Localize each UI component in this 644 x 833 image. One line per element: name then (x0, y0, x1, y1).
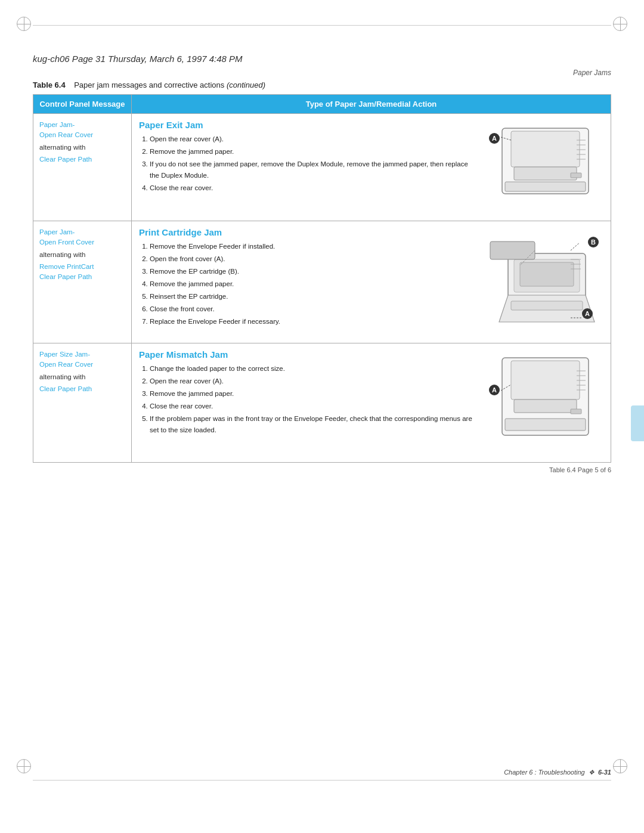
svg-rect-31 (505, 419, 586, 431)
table-header-row: Control Panel Message Type of Paper Jam/… (33, 95, 611, 114)
table-title: Table 6.4 Paper jam messages and correct… (33, 80, 611, 89)
right-cell-text-1: Paper Exit Jam Open the rear cover (A). … (139, 120, 478, 195)
svg-rect-24 (511, 361, 580, 400)
list-item: If the problem paper was in the front tr… (150, 413, 478, 436)
svg-rect-8 (505, 182, 586, 191)
printer-image-1: A (478, 120, 603, 215)
steps-list-2: Remove the Envelope Feeder if installed.… (150, 241, 478, 327)
section-header: Paper Jams (33, 69, 611, 77)
msg-cyan-2: Paper Jam-Open Front Cover (39, 227, 125, 248)
list-item: Open the rear cover (A). (150, 134, 478, 145)
msg-alt-1: alternating with (39, 143, 125, 153)
msg-cyan-alt-2: Remove PrintCartClear Paper Path (39, 262, 125, 283)
badge-a-3: A (489, 385, 500, 395)
reg-mark-tr (613, 17, 627, 31)
msg-cyan-1: Paper Jam-Open Rear Cover (39, 120, 125, 141)
reg-mark-tl (17, 17, 31, 31)
side-tab (631, 405, 644, 441)
list-item: Remove the jammed paper. (150, 388, 478, 400)
svg-rect-20 (511, 301, 583, 310)
list-item: Close the rear cover. (150, 182, 478, 194)
right-cell-top-1: Paper Exit Jam Open the rear cover (A). … (132, 114, 611, 221)
printer-svg-3 (484, 352, 597, 456)
cell-right-3: Paper Mismatch Jam Change the loaded pap… (132, 343, 611, 463)
footer-right: Chapter 6 : Troubleshooting ❖ 6-31 (504, 769, 611, 776)
reg-mark-bl (17, 759, 31, 773)
cell-right-2: Print Cartridge Jam Remove the Envelope … (132, 221, 611, 343)
msg-cyan-3: Paper Size Jam-Open Rear Cover (39, 349, 125, 370)
reg-mark-br (613, 759, 627, 773)
list-item: Reinsert the EP cartridge. (150, 291, 478, 302)
table-row: Paper Jam-Open Front Cover alternating w… (33, 221, 611, 343)
svg-rect-32 (571, 409, 581, 414)
list-item: Open the front cover (A). (150, 253, 478, 265)
cell-right-1: Paper Exit Jam Open the rear cover (A). … (132, 114, 611, 221)
msg-cyan-alt-3: Clear Paper Path (39, 384, 125, 394)
list-item: Open the rear cover (A). (150, 376, 478, 387)
right-cell-top-2: Print Cartridge Jam Remove the Envelope … (132, 221, 611, 343)
svg-rect-9 (571, 173, 581, 178)
msg-alt-2: alternating with (39, 250, 125, 260)
printer-svg-1 (484, 122, 597, 215)
svg-rect-1 (511, 131, 580, 167)
cell-left-3: Paper Size Jam-Open Rear Cover alternati… (33, 343, 132, 463)
svg-rect-25 (514, 400, 577, 413)
steps-list-3: Change the loaded paper to the correct s… (150, 363, 478, 436)
badge-b-2: B (588, 237, 599, 247)
right-cell-top-3: Paper Mismatch Jam Change the loaded pap… (132, 343, 611, 462)
cell-left-2: Paper Jam-Open Front Cover alternating w… (33, 221, 132, 343)
page-border-bottom (33, 780, 611, 781)
list-item: Close the front cover. (150, 304, 478, 315)
msg-alt-3: alternating with (39, 372, 125, 382)
list-item: Remove the jammed paper. (150, 278, 478, 290)
steps-list-1: Open the rear cover (A). Remove the jamm… (150, 134, 478, 194)
main-table: Control Panel Message Type of Paper Jam/… (33, 94, 611, 463)
table-caption: Table 6.4 Page 5 of 6 (33, 466, 611, 473)
col-header-right: Type of Paper Jam/Remedial Action (132, 95, 611, 114)
msg-cyan-alt-1: Clear Paper Path (39, 154, 125, 165)
badge-a-1: A (489, 133, 500, 144)
page-border-top (33, 25, 611, 26)
printer-svg-2 (478, 230, 603, 337)
right-cell-text-3: Paper Mismatch Jam Change the loaded pap… (139, 349, 478, 437)
badge-a-2: A (582, 308, 593, 319)
jam-heading-3: Paper Mismatch Jam (139, 349, 478, 360)
svg-rect-14 (520, 262, 574, 286)
table-row: Paper Jam-Open Rear Cover alternating wi… (33, 114, 611, 221)
list-item: Remove the jammed paper. (150, 146, 478, 157)
kug-header: kug-ch06 Page 31 Thursday, March 6, 1997… (33, 54, 611, 64)
svg-rect-15 (490, 241, 535, 259)
table-row: Paper Size Jam-Open Rear Cover alternati… (33, 343, 611, 463)
cell-left-1: Paper Jam-Open Rear Cover alternating wi… (33, 114, 132, 221)
right-cell-text-2: Print Cartridge Jam Remove the Envelope … (139, 227, 478, 329)
svg-line-21 (571, 243, 580, 250)
list-item: Change the loaded paper to the correct s… (150, 363, 478, 374)
svg-rect-2 (514, 167, 577, 180)
list-item: Remove the Envelope Feeder if installed. (150, 241, 478, 252)
list-item: Close the rear cover. (150, 401, 478, 412)
list-item: Replace the Envelope Feeder if necessary… (150, 316, 478, 327)
page-footer: Chapter 6 : Troubleshooting ❖ 6-31 (33, 769, 611, 776)
jam-heading-1: Paper Exit Jam (139, 120, 478, 130)
list-item: Remove the EP cartridge (B). (150, 266, 478, 277)
jam-heading-2: Print Cartridge Jam (139, 227, 478, 237)
list-item: If you do not see the jammed paper, remo… (150, 159, 478, 181)
main-content: kug-ch06 Page 31 Thursday, March 6, 1997… (33, 54, 611, 767)
printer-image-2: B A (478, 227, 603, 337)
col-header-left: Control Panel Message (33, 95, 132, 114)
printer-image-3: A (478, 349, 603, 456)
